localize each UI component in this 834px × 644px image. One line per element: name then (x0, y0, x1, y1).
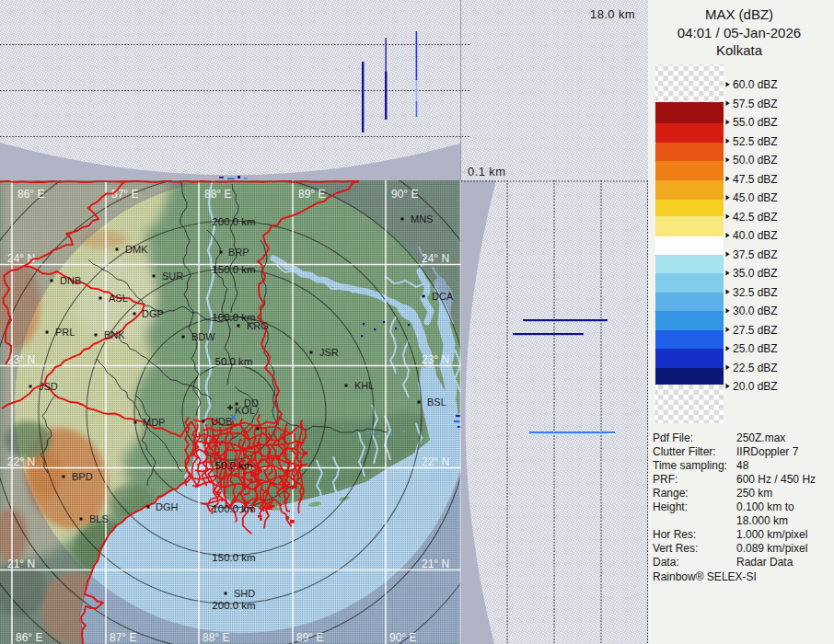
svg-text:87° E: 87° E (111, 188, 138, 201)
svg-text:BRP: BRP (228, 247, 249, 258)
svg-text:90° E: 90° E (389, 631, 416, 644)
svg-text:42.5 dBZ: 42.5 dBZ (733, 211, 778, 224)
svg-text:25.0 dBZ: 25.0 dBZ (733, 342, 778, 355)
svg-text:86° E: 86° E (17, 188, 44, 201)
svg-text:JSD: JSD (39, 381, 58, 392)
svg-text:BNK: BNK (104, 329, 125, 340)
svg-text:24° N: 24° N (7, 252, 35, 265)
svg-text:22.5 dBZ: 22.5 dBZ (733, 362, 778, 374)
svg-text:MNS: MNS (411, 213, 433, 224)
svg-text:DD: DD (244, 397, 259, 408)
svg-text:60.0 dBZ: 60.0 dBZ (733, 78, 778, 91)
svg-text:SUR: SUR (162, 270, 183, 282)
svg-text:89° E: 89° E (296, 631, 323, 644)
svg-text:DNB: DNB (60, 275, 81, 286)
svg-text:200.0 km: 200.0 km (212, 216, 255, 227)
svg-text:MDP: MDP (143, 417, 165, 428)
svg-text:24° N: 24° N (422, 252, 449, 265)
svg-text:23° N: 23° N (422, 353, 449, 366)
svg-text:BSL: BSL (427, 397, 446, 408)
svg-text:SHD: SHD (234, 588, 255, 599)
svg-text:100.0 km: 100.0 km (212, 312, 255, 323)
svg-text:50.0 dBZ: 50.0 dBZ (733, 154, 778, 167)
svg-text:52.5 dBZ: 52.5 dBZ (733, 135, 778, 148)
svg-text:DCA: DCA (432, 291, 454, 302)
svg-text:20.0 dBZ: 20.0 dBZ (733, 380, 778, 393)
svg-text:22° N: 22° N (7, 455, 35, 468)
svg-text:87° E: 87° E (110, 631, 136, 644)
svg-text:BLS: BLS (89, 513, 109, 524)
svg-text:89° E: 89° E (298, 188, 325, 201)
svg-text:27.5 dBZ: 27.5 dBZ (733, 324, 778, 337)
svg-text:PRL: PRL (55, 327, 75, 338)
svg-text:47.5 dBZ: 47.5 dBZ (733, 173, 778, 186)
svg-text:50.0 km: 50.0 km (215, 460, 253, 471)
svg-text:90° E: 90° E (391, 188, 418, 201)
svg-text:KHL: KHL (354, 380, 374, 391)
svg-text:57.5 dBZ: 57.5 dBZ (733, 98, 778, 110)
svg-text:30.0 dBZ: 30.0 dBZ (733, 305, 778, 317)
svg-text:45.0 dBZ: 45.0 dBZ (733, 191, 778, 204)
svg-text:DGH: DGH (156, 501, 179, 512)
svg-text:22° N: 22° N (422, 455, 449, 468)
svg-text:86° E: 86° E (16, 631, 42, 644)
svg-text:32.5 dBZ: 32.5 dBZ (733, 286, 778, 299)
svg-text:100.0 km: 100.0 km (212, 503, 255, 514)
svg-text:37.5 dBZ: 37.5 dBZ (733, 248, 778, 261)
svg-text:88° E: 88° E (203, 631, 229, 644)
svg-text:BDW: BDW (191, 331, 215, 342)
svg-text:40.0 dBZ: 40.0 dBZ (733, 229, 778, 242)
svg-text:DMK: DMK (125, 244, 148, 255)
svg-text:35.0 dBZ: 35.0 dBZ (733, 267, 778, 280)
svg-text:DGP: DGP (142, 308, 164, 319)
svg-text:150.0 km: 150.0 km (212, 552, 255, 563)
svg-text:23° N: 23° N (7, 353, 35, 366)
svg-text:ASL: ASL (109, 293, 128, 304)
svg-text:JSR: JSR (319, 347, 339, 358)
svg-text:21° N: 21° N (7, 558, 35, 570)
svg-text:21° N: 21° N (422, 558, 449, 570)
svg-text:UDB: UDB (211, 416, 232, 427)
svg-text:88° E: 88° E (204, 188, 231, 201)
svg-text:55.0 dBZ: 55.0 dBZ (733, 116, 778, 129)
svg-text:BPD: BPD (72, 471, 93, 482)
svg-text:150.0 km: 150.0 km (212, 264, 255, 275)
svg-text:200.0 km: 200.0 km (212, 600, 255, 611)
svg-text:50.0 km: 50.0 km (215, 356, 253, 367)
